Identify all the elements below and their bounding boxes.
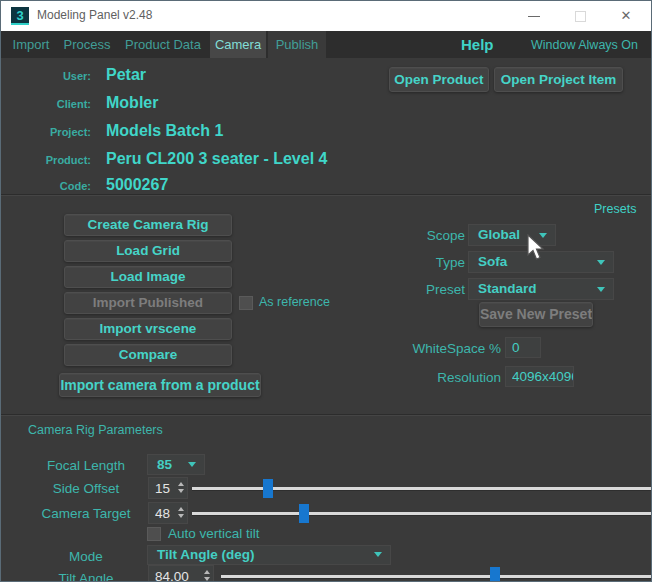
- preset-value: Standard: [478, 281, 537, 296]
- 3dsmax-app-icon: 3: [11, 7, 29, 25]
- tilt-angle-spinner[interactable]: [148, 565, 214, 582]
- side-offset-label: Side Offset: [31, 481, 141, 496]
- title-bar: 3 Modeling Panel v2.48 ✕: [1, 1, 651, 31]
- tab-bar: Import Process Product Data Camera Publi…: [1, 31, 651, 58]
- type-label: Type: [385, 255, 465, 270]
- maximize-icon: [575, 11, 586, 22]
- compare-button[interactable]: Compare: [64, 344, 232, 366]
- tab-process[interactable]: Process: [61, 31, 113, 58]
- user-label: User:: [1, 63, 91, 89]
- close-button[interactable]: ✕: [605, 1, 647, 31]
- as-reference-label: As reference: [259, 295, 330, 309]
- resolution-input[interactable]: [505, 366, 574, 387]
- slider-track: [192, 512, 651, 515]
- project-value: Models Batch 1: [106, 119, 223, 143]
- preset-label: Preset: [385, 282, 465, 297]
- client-value: Mobler: [106, 91, 158, 115]
- tilt-angle-label: Tilt Angle: [31, 571, 141, 582]
- camera-target-slider-handle[interactable]: [299, 504, 309, 523]
- focal-length-label: Focal Length: [31, 458, 141, 473]
- spinner-arrows-icon[interactable]: [204, 570, 210, 581]
- user-value: Petar: [106, 63, 146, 87]
- import-published-button[interactable]: Import Published: [64, 292, 232, 314]
- camera-rig-parameters-section: Camera Rig Parameters Focal Length 85 Si…: [1, 414, 651, 582]
- mode-value: Tilt Angle (deg): [157, 547, 255, 562]
- minimize-icon: [528, 16, 540, 17]
- side-offset-spinner[interactable]: [148, 477, 188, 499]
- whitespace-label: WhiteSpace %: [381, 341, 501, 356]
- side-offset-slider[interactable]: [192, 478, 651, 498]
- chevron-down-icon: [597, 260, 605, 265]
- camera-target-slider[interactable]: [192, 503, 651, 523]
- client-label: Client:: [1, 91, 91, 117]
- info-row-project: Project: Models Batch 1: [1, 119, 381, 143]
- maximize-button[interactable]: [559, 1, 601, 31]
- whitespace-input[interactable]: [505, 337, 541, 358]
- mode-dropdown[interactable]: Tilt Angle (deg): [147, 545, 391, 565]
- create-camera-rig-button[interactable]: Create Camera Rig: [64, 214, 232, 236]
- info-row-user: User: Petar: [1, 63, 381, 87]
- product-label: Product:: [1, 147, 91, 173]
- close-icon: ✕: [621, 8, 632, 23]
- camera-target-label: Camera Target: [31, 506, 141, 521]
- open-product-button[interactable]: Open Product: [389, 67, 489, 92]
- type-dropdown[interactable]: Sofa: [468, 251, 614, 273]
- product-value: Peru CL200 3 seater - Level 4: [106, 147, 327, 171]
- spinner-arrows-icon[interactable]: [178, 507, 184, 518]
- tilt-angle-slider-handle[interactable]: [490, 567, 500, 582]
- mode-label: Mode: [31, 549, 141, 564]
- scope-value: Global: [478, 227, 520, 242]
- tab-camera[interactable]: Camera: [210, 31, 266, 58]
- scope-dropdown[interactable]: Global: [468, 224, 556, 246]
- camera-target-spinner[interactable]: [148, 502, 188, 524]
- chevron-down-icon: [597, 287, 605, 292]
- auto-vertical-tilt-label: Auto vertical tilt: [168, 526, 260, 541]
- presets-title: Presets: [594, 202, 636, 216]
- auto-vertical-tilt-checkbox[interactable]: [147, 527, 161, 541]
- resolution-label: Resolution: [381, 370, 501, 385]
- focal-length-value: 85: [157, 457, 172, 472]
- slider-track: [192, 487, 651, 490]
- chevron-down-icon: [188, 462, 196, 467]
- help-link[interactable]: Help: [461, 31, 494, 58]
- scope-label: Scope: [385, 228, 465, 243]
- spinner-arrows-icon[interactable]: [178, 482, 184, 493]
- window-title: Modeling Panel v2.48: [37, 8, 152, 22]
- as-reference-checkbox[interactable]: [239, 296, 253, 310]
- info-row-product: Product: Peru CL200 3 seater - Level 4: [1, 147, 381, 171]
- tab-product-data[interactable]: Product Data: [123, 31, 203, 58]
- info-row-client: Client: Mobler: [1, 91, 381, 115]
- open-project-item-button[interactable]: Open Project Item: [494, 67, 623, 92]
- chevron-down-icon: [539, 233, 547, 238]
- focal-length-dropdown[interactable]: 85: [147, 454, 205, 475]
- slider-track: [221, 575, 651, 578]
- side-offset-slider-handle[interactable]: [263, 479, 273, 498]
- minimize-button[interactable]: [513, 1, 555, 31]
- preset-dropdown[interactable]: Standard: [468, 278, 614, 300]
- import-camera-from-product-button[interactable]: Import camera from a product: [59, 373, 261, 397]
- tab-publish[interactable]: Publish: [268, 31, 326, 58]
- load-image-button[interactable]: Load Image: [64, 266, 232, 288]
- camera-actions-section: Create Camera Rig Load Grid Load Image I…: [1, 194, 651, 414]
- always-on-top-label: Window Always On Top: [531, 31, 651, 58]
- type-value: Sofa: [478, 254, 507, 269]
- save-new-preset-button[interactable]: Save New Preset: [479, 302, 593, 327]
- product-info-section: User: Petar Client: Mobler Project: Mode…: [1, 58, 651, 194]
- app-window: 3 Modeling Panel v2.48 ✕ Import Process …: [0, 0, 652, 582]
- chevron-down-icon: [374, 552, 382, 557]
- project-label: Project:: [1, 119, 91, 145]
- tab-import[interactable]: Import: [5, 31, 57, 58]
- tilt-angle-slider[interactable]: [221, 566, 651, 582]
- import-vrscene-button[interactable]: Import vrscene: [64, 318, 232, 340]
- load-grid-button[interactable]: Load Grid: [64, 240, 232, 262]
- camera-rig-parameters-title: Camera Rig Parameters: [28, 423, 163, 437]
